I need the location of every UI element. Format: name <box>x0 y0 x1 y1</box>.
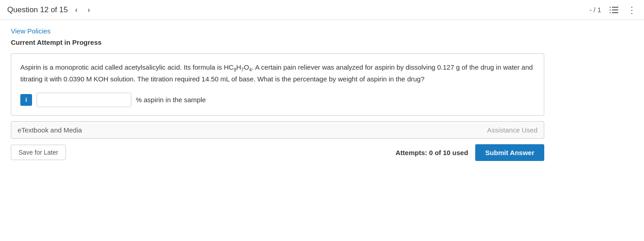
footer-right: Attempts: 0 of 10 used Submit Answer <box>395 144 544 161</box>
unit-label: % aspirin in the sample <box>136 96 206 104</box>
question-header: Question 12 of 15 ‹ › - / 1 ⋮ <box>0 0 644 20</box>
subscript-9: 9 <box>234 67 236 72</box>
save-later-button[interactable]: Save for Later <box>11 145 66 160</box>
header-right: - / 1 ⋮ <box>589 5 637 15</box>
more-options-button[interactable]: ⋮ <box>627 5 637 15</box>
question-box: Aspirin is a monoprotic acid called acet… <box>11 53 544 116</box>
chevron-left-icon: ‹ <box>75 5 78 14</box>
etextbook-bar: eTextbook and Media Assistance Used <box>11 121 544 139</box>
footer-bar: Save for Later Attempts: 0 of 10 used Su… <box>11 144 544 161</box>
score-display: - / 1 <box>589 6 601 14</box>
main-content: View Policies Current Attempt in Progres… <box>0 20 555 168</box>
header-left: Question 12 of 15 ‹ › <box>7 5 93 15</box>
list-view-button[interactable] <box>609 6 619 14</box>
attempts-text: Attempts: 0 of 10 used <box>395 149 468 156</box>
etextbook-label: eTextbook and Media <box>18 126 82 134</box>
view-policies-link[interactable]: View Policies <box>11 27 51 35</box>
prev-question-button[interactable]: ‹ <box>72 5 80 15</box>
assistance-label: Assistance Used <box>487 126 537 134</box>
more-icon: ⋮ <box>627 5 637 15</box>
answer-row: i % aspirin in the sample <box>20 93 535 107</box>
info-icon-button[interactable]: i <box>20 94 32 106</box>
info-icon-label: i <box>25 96 27 103</box>
answer-input[interactable] <box>37 93 131 107</box>
submit-answer-button[interactable]: Submit Answer <box>475 144 544 161</box>
question-text: Aspirin is a monoprotic acid called acet… <box>20 62 535 85</box>
question-title: Question 12 of 15 <box>7 5 68 14</box>
subscript-7: 7 <box>241 67 244 72</box>
subscript-4: 4 <box>249 67 252 72</box>
chevron-right-icon: › <box>88 5 90 14</box>
next-question-button[interactable]: › <box>85 5 93 15</box>
list-icon <box>609 6 619 14</box>
attempt-status: Current Attempt in Progress <box>11 38 544 46</box>
